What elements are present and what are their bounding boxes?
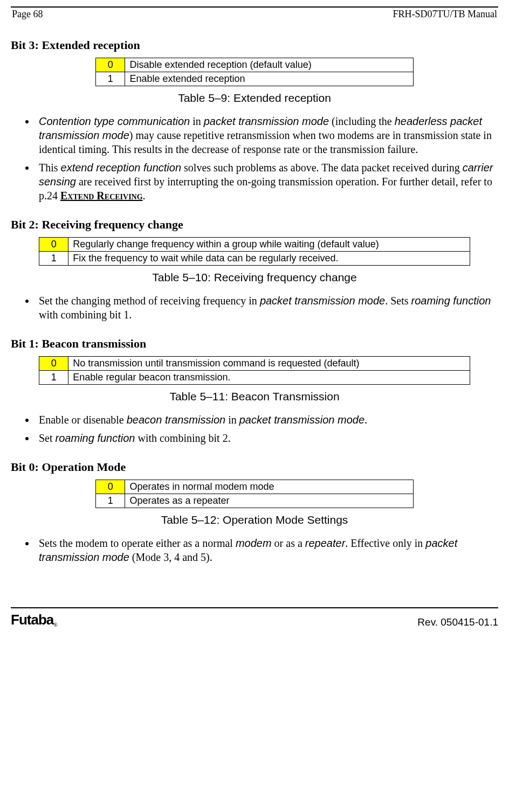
text-italic: packet transmission mode [239,414,364,426]
bit0-heading: Bit 0: Operation Mode [11,460,498,474]
bit1-heading: Bit 1: Beacon transmission [11,337,498,351]
bit1-row1-desc: Enable regular beacon transmission. [68,371,470,385]
text-italic: beacon transmission [127,414,225,426]
bit2-row1-key: 1 [39,252,68,266]
futaba-logo: Futaba® [11,612,58,628]
text: in [190,115,204,127]
text-italic: packet transmission mode [204,115,329,127]
table-row: 0 Operates in normal modem mode [96,480,414,494]
bit1-bullets: Enable or disenable beacon transmission … [11,413,498,445]
bit1-caption: Table 5–11: Beacon Transmission [11,390,498,403]
bit3-row0-desc: Disable extended reception (default valu… [125,58,414,72]
table-row: 1 Fix the frequency to wait while data c… [39,252,470,266]
bit0-caption: Table 5–12: Operation Mode Settings [11,513,498,526]
table-row: 1 Enable extended reception [96,72,414,86]
page-number: Page 68 [12,9,43,20]
table-row: 0 Regularly change frequency within a gr… [39,238,470,252]
text: . Effective only in [345,537,425,549]
extend-receiving-link[interactable]: Extend Receiving [60,190,143,202]
page-body: Page 68 FRH-SD07TU/TB Manual Bit 3: Exte… [0,6,509,575]
bit2-heading: Bit 2: Receiving frequency change [11,218,498,232]
bit2-row0-key: 0 [39,238,68,252]
bit1-table: 0 No transmission until transmission com… [39,356,470,385]
text: Set the changing method of receiving fre… [39,295,260,307]
bit3-row1-key: 1 [96,72,125,86]
bit3-row0-key: 0 [96,58,125,72]
page-header: Page 68 FRH-SD07TU/TB Manual [11,9,498,23]
text-italic: roaming function [56,432,135,444]
bit0-row1-key: 1 [96,494,125,508]
list-item: This extend reception function solves su… [36,161,498,203]
text: in [225,414,239,426]
text: Set [39,432,56,444]
table-row: 1 Operates as a repeater [96,494,414,508]
bit2-row1-desc: Fix the frequency to wait while data can… [68,252,470,266]
list-item: Enable or disenable beacon transmission … [36,413,498,427]
text-italic: Contention type communication [39,115,190,127]
bit3-bullets: Contention type communication in packet … [11,114,498,203]
footer-rule [11,607,498,608]
manual-title: FRH-SD07TU/TB Manual [393,9,498,20]
text-italic: roaming function [411,295,491,307]
logo-text: Futaba [11,612,53,628]
text: (including the [329,115,395,127]
text: This [39,162,61,173]
table-row: 0 No transmission until transmission com… [39,357,470,371]
list-item: Set the changing method of receiving fre… [36,294,498,322]
bit1-row1-key: 1 [39,371,68,385]
bit0-table: 0 Operates in normal modem mode 1 Operat… [95,480,414,508]
text: (Mode 3, 4 and 5). [129,551,212,563]
page-footer: Futaba® Rev. 050415-01.1 [0,607,509,638]
bit0-bullets: Sets the modem to operate either as a no… [11,536,498,564]
text-italic: packet transmission mode [260,295,385,307]
bit3-row1-desc: Enable extended reception [125,72,414,86]
list-item: Contention type communication in packet … [36,114,498,156]
revision-text: Rev. 050415-01.1 [417,616,498,628]
text: Enable or disenable [39,414,127,426]
text: . Sets [385,295,411,307]
bit3-table: 0 Disable extended reception (default va… [95,58,414,86]
text: solves such problems as above. The data … [181,162,463,173]
header-rule [11,6,498,8]
text: Sets the modem to operate either as a no… [39,537,236,549]
list-item: Set roaming function with combining bit … [36,431,498,445]
text: . [143,190,146,202]
bit0-row1-desc: Operates as a repeater [125,494,414,508]
text: . [364,414,367,426]
footer-row: Futaba® Rev. 050415-01.1 [11,612,498,628]
text-italic: modem [236,537,272,549]
bit0-row0-key: 0 [96,480,125,494]
bit2-caption: Table 5–10: Receiving frequency change [11,271,498,284]
bit0-row0-desc: Operates in normal modem mode [125,480,414,494]
list-item: Sets the modem to operate either as a no… [36,536,498,564]
text: or as a [272,537,305,549]
text-italic: extend reception function [61,162,182,173]
text: with combining bit 2. [135,432,230,444]
table-row: 1 Enable regular beacon transmission. [39,371,470,385]
bit2-row0-desc: Regularly change frequency within a grou… [68,238,470,252]
text-italic: repeater [305,537,346,549]
text: with combining bit 1. [39,309,132,321]
bit3-heading: Bit 3: Extended reception [11,38,498,52]
table-row: 0 Disable extended reception (default va… [96,58,414,72]
registered-mark: ® [53,622,58,628]
bit3-caption: Table 5–9: Extended reception [11,92,498,105]
bit1-row0-desc: No transmission until transmission comma… [68,357,470,371]
bit1-row0-key: 0 [39,357,68,371]
bit2-bullets: Set the changing method of receiving fre… [11,294,498,322]
bit2-table: 0 Regularly change frequency within a gr… [39,237,470,266]
